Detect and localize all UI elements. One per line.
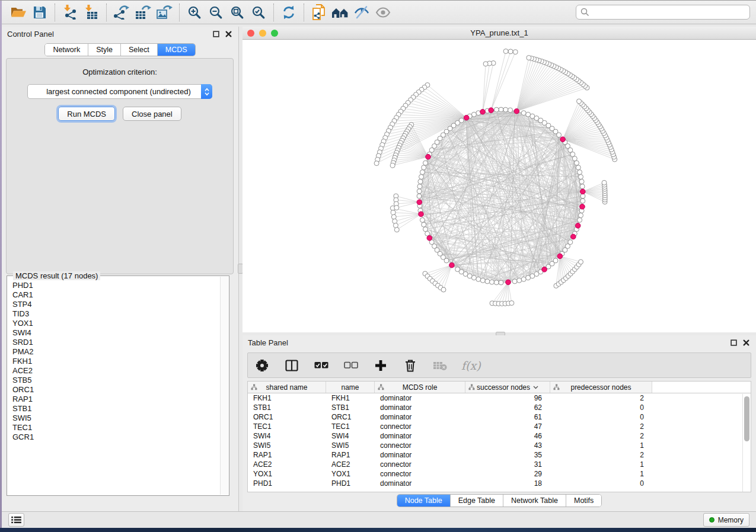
graph-node[interactable] <box>499 280 503 285</box>
close-panel-action-button[interactable]: Close panel <box>123 107 181 121</box>
graph-hub-node[interactable] <box>514 108 519 114</box>
graph-node[interactable] <box>521 111 526 116</box>
graph-node[interactable] <box>480 278 485 283</box>
graph-node[interactable] <box>418 180 423 184</box>
mcds-result-item[interactable]: RAP1 <box>12 395 220 404</box>
graph-node[interactable] <box>422 165 426 170</box>
graph-hub-node[interactable] <box>426 154 431 159</box>
graph-hub-node[interactable] <box>557 254 563 259</box>
graph-node[interactable] <box>526 112 531 117</box>
graph-node[interactable] <box>602 180 607 185</box>
tab-network[interactable]: Network <box>45 44 88 56</box>
graph-hub-node[interactable] <box>571 234 576 239</box>
graph-node[interactable] <box>423 161 428 165</box>
graph-node[interactable] <box>390 163 395 168</box>
zoom-in-button[interactable] <box>184 3 205 22</box>
graph-hub-node[interactable] <box>464 115 469 120</box>
float-table-panel-button[interactable] <box>729 339 738 347</box>
export-image-button[interactable] <box>154 3 175 22</box>
show-column-panel-button[interactable] <box>283 357 300 374</box>
mcds-result-item[interactable]: SWI5 <box>12 414 220 423</box>
table-row[interactable]: YOX1YOX1connector291 <box>248 469 751 479</box>
graph-node[interactable] <box>521 277 526 281</box>
graph-node[interactable] <box>374 161 379 166</box>
mcds-result-item[interactable]: GCR1 <box>12 432 220 442</box>
graph-node[interactable] <box>576 165 580 170</box>
table-row[interactable]: PHD1PHD1dominator180 <box>248 479 751 488</box>
graph-node[interactable] <box>391 210 395 215</box>
graph-node[interactable] <box>394 206 399 210</box>
graph-hub-node[interactable] <box>449 262 455 268</box>
graph-hub-node[interactable] <box>506 280 511 285</box>
table-row[interactable]: FKH1FKH1dominator962 <box>248 393 751 403</box>
memory-button[interactable]: Memory <box>703 513 749 527</box>
graph-node[interactable] <box>471 275 476 280</box>
table-settings-button[interactable] <box>254 357 270 374</box>
mcds-result-scrollbar[interactable] <box>220 277 228 495</box>
search-input[interactable] <box>592 8 745 17</box>
graph-node[interactable] <box>568 240 573 245</box>
table-row[interactable]: SWI5SWI5connector431 <box>248 441 751 450</box>
graph-node[interactable] <box>423 227 428 232</box>
tab-select[interactable]: Select <box>120 44 157 56</box>
graph-node[interactable] <box>509 301 514 306</box>
graph-node[interactable] <box>579 259 583 264</box>
table-row[interactable]: STB1STB1dominator620 <box>248 403 751 412</box>
graph-node[interactable] <box>417 184 422 189</box>
show-panels-button[interactable] <box>372 3 394 22</box>
graph-node[interactable] <box>422 222 426 227</box>
export-table-button[interactable] <box>132 3 154 22</box>
graph-node[interactable] <box>476 277 481 281</box>
close-panel-button[interactable] <box>224 30 233 39</box>
graph-node[interactable] <box>503 49 508 54</box>
mcds-result-item[interactable]: TEC1 <box>12 423 220 432</box>
tab-node-table[interactable]: Node Table <box>397 495 450 507</box>
graph-node[interactable] <box>391 214 396 219</box>
graph-hub-node[interactable] <box>580 204 585 210</box>
mcds-result-item[interactable]: STB5 <box>12 376 220 385</box>
graph-node[interactable] <box>512 279 517 284</box>
column-header-shared-name[interactable]: shared name <box>248 382 326 393</box>
refresh-layout-button[interactable] <box>278 3 299 22</box>
mcds-result-item[interactable]: YOX1 <box>12 319 220 328</box>
graph-node[interactable] <box>580 194 585 198</box>
graph-hub-node[interactable] <box>580 189 586 194</box>
graph-hub-node[interactable] <box>489 108 494 113</box>
graph-node[interactable] <box>579 213 583 218</box>
graph-node[interactable] <box>419 175 424 180</box>
unselect-all-columns-button[interactable] <box>343 357 359 374</box>
mcds-result-item[interactable]: SWI4 <box>12 328 220 338</box>
graph-node[interactable] <box>490 280 495 284</box>
graph-hub-node[interactable] <box>542 267 547 273</box>
graph-hub-node[interactable] <box>427 236 432 241</box>
graph-node[interactable] <box>417 189 422 194</box>
select-all-columns-button[interactable] <box>313 357 330 374</box>
graph-node[interactable] <box>577 99 582 104</box>
tab-mcds[interactable]: MCDS <box>157 44 195 56</box>
export-network-button[interactable] <box>111 3 132 22</box>
mcds-result-item[interactable]: ACE2 <box>12 366 220 376</box>
graph-node[interactable] <box>483 62 488 66</box>
table-scrollbar-thumb[interactable] <box>744 396 749 441</box>
tab-network-table[interactable]: Network Table <box>503 495 566 507</box>
clone-network-button[interactable] <box>308 3 330 22</box>
zoom-fit-button[interactable] <box>227 3 248 22</box>
graph-node[interactable] <box>578 170 582 175</box>
graph-node[interactable] <box>494 107 499 112</box>
graph-hub-node[interactable] <box>480 109 486 114</box>
graph-node[interactable] <box>578 217 582 222</box>
mcds-result-item[interactable]: PHD1 <box>12 281 220 290</box>
zoom-selected-button[interactable] <box>248 3 269 22</box>
mcds-result-item[interactable]: FKH1 <box>12 357 220 366</box>
graph-hub-node[interactable] <box>575 223 580 229</box>
graph-node[interactable] <box>499 107 503 112</box>
task-history-button[interactable] <box>8 513 24 527</box>
delete-table-button[interactable] <box>432 357 448 374</box>
graph-hub-node[interactable] <box>419 211 424 217</box>
save-session-button[interactable] <box>29 3 50 22</box>
table-row[interactable]: TEC1TEC1connector472 <box>248 422 751 431</box>
graph-node[interactable] <box>572 156 577 161</box>
graph-node[interactable] <box>494 280 499 285</box>
mcds-result-item[interactable]: PMA2 <box>12 347 220 357</box>
column-header-name[interactable]: name <box>326 382 375 393</box>
